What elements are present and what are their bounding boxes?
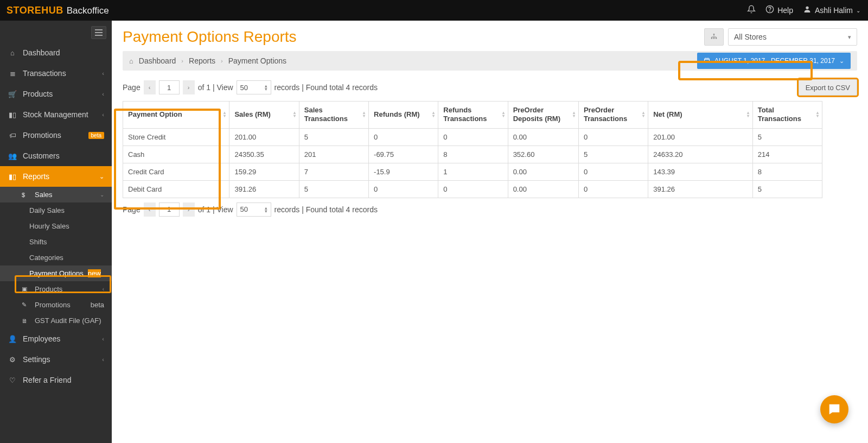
page-next-button[interactable]: › [183, 80, 195, 94]
nav-promotions[interactable]: 🏷Promotionsbeta [0, 125, 112, 145]
cell-sales: 159.29 [229, 163, 299, 180]
th-sales-transactions[interactable]: Sales Transactions▴▾ [299, 102, 368, 129]
nav-categories[interactable]: Categories [0, 250, 112, 265]
nav-customers[interactable]: 👥Customers [0, 145, 112, 166]
nav-employees[interactable]: 👤Employees‹ [0, 328, 112, 349]
calendar-icon [704, 57, 710, 65]
cell-tt: 5 [752, 128, 822, 145]
chevron-left-icon: ‹ [102, 356, 104, 363]
cell-sales: 201.00 [229, 128, 299, 145]
page-of-label: of 1 | View [198, 205, 233, 214]
cell-net: 143.39 [648, 163, 752, 180]
export-csv-button[interactable]: Export to CSV [799, 79, 857, 96]
nav-reports[interactable]: ▮▯Reports⌄ [0, 166, 112, 187]
page-prev-button[interactable]: ‹ [144, 202, 156, 217]
svg-point-2 [806, 7, 808, 9]
help-link[interactable]: Help [765, 5, 793, 16]
cell-pt: 0 [578, 180, 648, 198]
nav-hourly-sales[interactable]: Hourly Sales [0, 218, 112, 234]
page-size-select[interactable]: 50 ▴▾ [237, 80, 271, 94]
sort-icon: ▴▾ [265, 206, 267, 213]
chevron-down-icon: ⌄ [856, 8, 860, 14]
cell-pd: 0.00 [508, 128, 578, 145]
pagination-bottom: Page ‹ › of 1 | View 50 ▴▾ records | Fou… [123, 202, 857, 217]
main-content: Payment Options Reports All Stores ▾ ⌂ D… [112, 21, 868, 443]
cell-po: Store Credit [123, 128, 229, 145]
nav-refer[interactable]: ♡Refer a Friend [0, 370, 112, 390]
gear-icon: ⚙ [8, 356, 17, 364]
page-input[interactable] [159, 80, 180, 94]
user-menu[interactable]: Ashli Halim ⌄ [803, 5, 860, 16]
date-range-label: AUGUST 1, 2017 - DECEMBER 31, 2017 [714, 57, 835, 65]
store-select[interactable]: All Stores ▾ [728, 28, 857, 46]
tag-icon: 🏷 [8, 131, 17, 140]
th-refunds-transactions[interactable]: Refunds Transactions▴▾ [438, 102, 508, 129]
page-next-button[interactable]: › [183, 202, 195, 217]
cell-ref: -15.9 [369, 163, 438, 180]
table-row: Debit Card391.265000.000391.265 [123, 180, 822, 198]
cell-pd: 0.00 [508, 180, 578, 198]
help-icon [765, 5, 774, 16]
page-of-label: of 1 | View [198, 83, 233, 92]
nav-dashboard[interactable]: ⌂Dashboard [0, 42, 112, 63]
users-icon: 👥 [8, 152, 17, 160]
pencil-icon: ✎ [22, 301, 30, 308]
chevron-down-icon: ⌄ [100, 192, 104, 198]
chat-launcher[interactable] [820, 395, 848, 423]
nav-stock[interactable]: ▮▯Stock Management‹ [0, 104, 112, 125]
user-icon [803, 5, 812, 16]
table-row: Cash24350.35201-69.758352.60524633.20214 [123, 145, 822, 163]
th-preorder-transactions[interactable]: PreOrder Transactions▴▾ [578, 102, 648, 129]
chevron-right-icon: › [181, 58, 183, 64]
nav-payment-options[interactable]: Payment Optionsnew [0, 265, 112, 281]
topbar: STOREHUB Backoffice Help Ashli Halim ⌄ [0, 0, 868, 21]
th-payment-option[interactable]: Payment Option▴▾ [123, 102, 229, 129]
svg-rect-4 [711, 37, 712, 39]
crumb-dashboard[interactable]: Dashboard [139, 56, 176, 65]
table-header-row: Payment Option▴▾ Sales (RM)▴▾ Sales Tran… [123, 102, 822, 129]
chevron-left-icon: ‹ [102, 111, 104, 118]
sort-icon: ▴▾ [224, 111, 226, 118]
th-refunds[interactable]: Refunds (RM)▴▾ [369, 102, 438, 129]
file-icon: 🗎 [22, 318, 30, 324]
records-label: records | Found total 4 records [275, 83, 378, 92]
cell-st: 5 [299, 128, 368, 145]
cell-po: Credit Card [123, 163, 229, 180]
cell-rt: 0 [438, 128, 508, 145]
nav-settings[interactable]: ⚙Settings‹ [0, 349, 112, 370]
menu-toggle[interactable] [91, 26, 106, 39]
crumb-reports[interactable]: Reports [189, 56, 215, 65]
cell-tt: 5 [752, 180, 822, 198]
chevron-right-icon: › [221, 58, 223, 64]
chevron-left-icon: ‹ [103, 286, 104, 292]
nav-reports-products[interactable]: ▣Products‹ [0, 281, 112, 297]
th-sales[interactable]: Sales (RM)▴▾ [229, 102, 299, 129]
nav-reports-sales[interactable]: $Sales⌄ [0, 187, 112, 202]
page-size-select[interactable]: 50 ▴▾ [237, 202, 271, 217]
cell-pt: 0 [578, 163, 648, 180]
page-label: Page [123, 205, 141, 214]
home-icon: ⌂ [129, 57, 133, 65]
th-preorder-deposits[interactable]: PreOrder Deposits (RM)▴▾ [508, 102, 578, 129]
page-input[interactable] [159, 202, 180, 217]
page-size-value: 50 [240, 84, 248, 92]
nav-daily-sales[interactable]: Daily Sales [0, 202, 112, 218]
nav-gst[interactable]: 🗎GST Audit File (GAF) [0, 313, 112, 328]
chevron-down-icon: ⌄ [839, 58, 844, 65]
nav-products[interactable]: 🛒Products‹ [0, 84, 112, 104]
bell-icon[interactable] [747, 5, 756, 16]
th-total-transactions[interactable]: Total Transactions▴▾ [752, 102, 822, 129]
date-range-picker[interactable]: AUGUST 1, 2017 - DECEMBER 31, 2017 ⌄ [697, 53, 851, 69]
svg-rect-3 [713, 34, 714, 35]
breadcrumb-bar: ⌂ Dashboard › Reports › Payment Options … [123, 51, 857, 71]
store-tree-button[interactable] [704, 28, 724, 46]
cell-ref: -69.75 [369, 145, 438, 163]
page-prev-button[interactable]: ‹ [144, 80, 156, 94]
chevron-left-icon: ‹ [102, 336, 104, 342]
nav-transactions[interactable]: ≣Transactions‹ [0, 63, 112, 84]
brand-logo: STOREHUB [7, 5, 63, 16]
th-net[interactable]: Net (RM)▴▾ [648, 102, 752, 129]
nav-reports-promotions[interactable]: ✎Promotionsbeta [0, 297, 112, 313]
nav-shifts[interactable]: Shifts [0, 234, 112, 250]
sort-icon: ▴▾ [747, 111, 749, 118]
